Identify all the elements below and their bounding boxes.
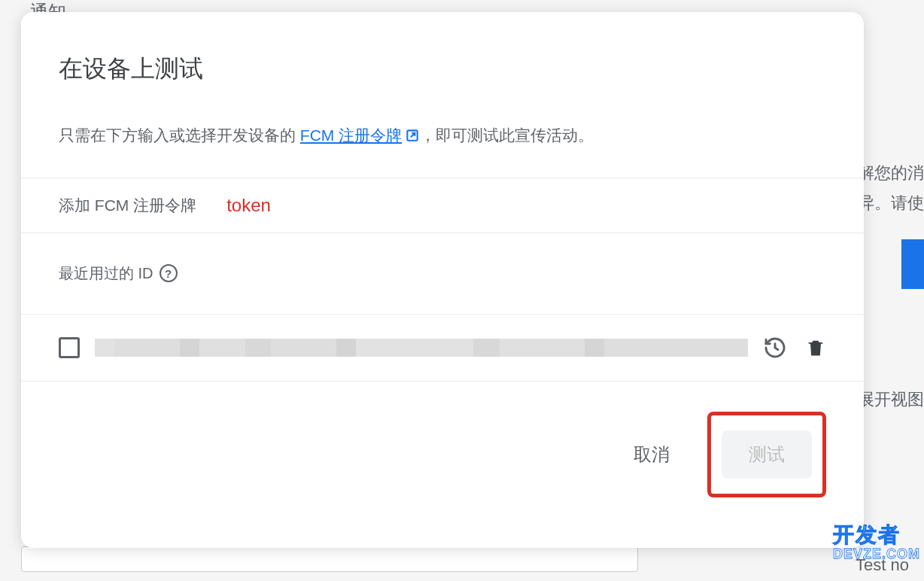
token-annotation: token xyxy=(226,195,271,216)
bg-expand-text: 展开视图 xyxy=(858,388,924,411)
external-link-icon xyxy=(405,128,420,143)
modal-footer: 取消 测试 xyxy=(21,382,864,528)
modal-title: 在设备上测试 xyxy=(21,12,864,86)
fcm-link-text: FCM 注册令牌 xyxy=(300,123,402,148)
bg-partial-text: 解您的消 异。请使 xyxy=(858,158,924,217)
modal-description: 只需在下方输入或选择开发设备的 FCM 注册令牌，即可测试此宣传活动。 xyxy=(21,86,864,178)
recent-ids-label: 最近用过的 ID xyxy=(59,263,153,284)
token-actions xyxy=(763,336,826,360)
desc-suffix: ，即可测试此宣传活动。 xyxy=(420,126,594,144)
history-icon[interactable] xyxy=(763,336,787,360)
add-token-label: 添加 FCM 注册令牌 xyxy=(59,195,196,216)
token-list-item xyxy=(21,314,864,382)
help-icon[interactable]: ? xyxy=(160,264,178,282)
recent-ids-section: 最近用过的 ID ? xyxy=(21,233,864,314)
test-on-device-modal: 在设备上测试 只需在下方输入或选择开发设备的 FCM 注册令牌，即可测试此宣传活… xyxy=(21,12,864,548)
watermark: 开发者 DEVZE.COM xyxy=(833,521,920,562)
bg-input-outline xyxy=(21,546,638,572)
bg-blue-accent xyxy=(901,239,924,289)
watermark-line1: 开发者 xyxy=(833,521,920,549)
trash-icon[interactable] xyxy=(805,336,826,360)
token-value-redacted xyxy=(95,339,748,357)
watermark-line2: DEVZE.COM xyxy=(833,546,920,562)
token-checkbox[interactable] xyxy=(59,337,80,358)
add-token-row: 添加 FCM 注册令牌 token xyxy=(21,178,864,233)
test-button[interactable]: 测试 xyxy=(722,430,812,479)
test-button-highlight: 测试 xyxy=(707,412,826,497)
desc-prefix: 只需在下方输入或选择开发设备的 xyxy=(59,126,300,144)
cancel-button[interactable]: 取消 xyxy=(619,433,685,476)
fcm-token-link[interactable]: FCM 注册令牌 xyxy=(300,123,420,148)
